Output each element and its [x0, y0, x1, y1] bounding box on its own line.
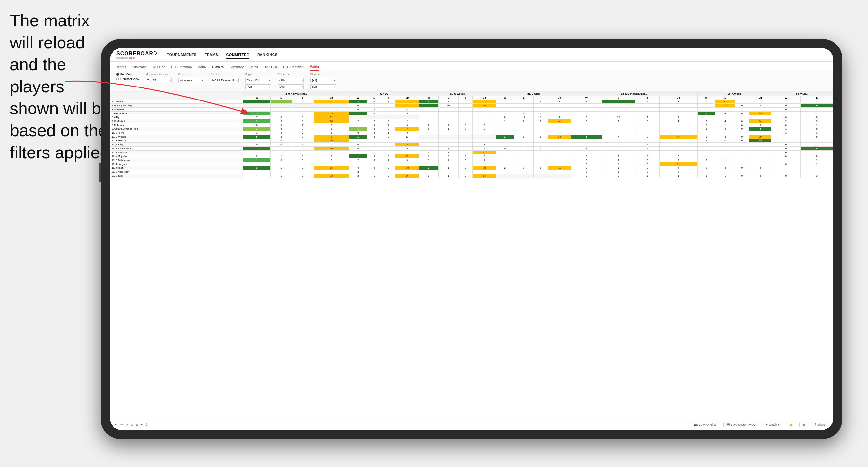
nav-committee[interactable]: COMMITTEE — [226, 51, 249, 59]
sub-tab-h2h-grid2[interactable]: H2H Grid — [264, 64, 277, 70]
gender-label: Gender — [178, 73, 204, 76]
cell: 2 — [243, 139, 271, 143]
division-select[interactable]: NCAA Division II — [211, 78, 239, 83]
cell: 0 — [571, 158, 602, 162]
sub-tab-matrix[interactable]: Matrix — [197, 64, 206, 70]
cell: 0 — [735, 174, 749, 178]
nav-tournaments[interactable]: TOURNAMENTS — [167, 51, 197, 59]
conference-select[interactable]: (All) — [278, 78, 304, 83]
nav-rankings[interactable]: RANKINGS — [257, 51, 278, 59]
cell: 11 — [715, 100, 735, 104]
table-row: 21. O Stoll 41033 21014 31014 2211 1109 … — [110, 174, 833, 178]
cell: 1 — [771, 131, 801, 135]
cell — [771, 139, 801, 143]
sub-tab-detail[interactable]: Detail — [249, 64, 258, 70]
gender-select[interactable]: Women's — [178, 78, 204, 83]
gender-select-wrapper[interactable]: Women's — [178, 78, 204, 83]
cell: 1 — [419, 147, 439, 151]
cell — [496, 131, 514, 135]
cell: 20 — [749, 135, 771, 139]
cell — [534, 174, 548, 178]
cell: 0 — [367, 154, 381, 158]
conference-sub-select-wrapper[interactable]: (All) — [278, 84, 304, 89]
players-sub-select[interactable]: (All) — [310, 84, 336, 89]
cell — [715, 151, 735, 154]
cell: 0 — [771, 154, 801, 158]
cell: 2 — [419, 123, 439, 127]
player-name: 17. D Ballesteros — [110, 158, 243, 162]
cell: 2 — [771, 100, 801, 104]
region-select[interactable]: East - DII — [245, 78, 271, 83]
cell — [458, 139, 472, 143]
zoom-out-btn[interactable]: ⊟ — [136, 423, 138, 426]
cell: 10 — [439, 104, 459, 107]
cell — [534, 123, 548, 127]
region-sub-select-wrapper[interactable]: (All) — [245, 84, 271, 89]
cell: 4 — [602, 135, 635, 139]
cell — [715, 143, 735, 147]
cell: 1 — [571, 100, 602, 104]
grid-btn[interactable]: ⊞ — [799, 422, 808, 427]
cell: 1 — [419, 154, 439, 158]
conference-sub-select[interactable]: (All) — [278, 84, 304, 89]
max-players-select-wrapper[interactable]: Top 25 — [146, 78, 172, 83]
refresh-btn[interactable]: ⟳ — [126, 423, 128, 426]
save-custom-btn[interactable]: 💾 Save Custom View — [723, 422, 758, 427]
redo-btn[interactable]: ↪ — [120, 423, 123, 426]
undo-btn[interactable]: ↩ — [115, 423, 118, 426]
cell — [496, 170, 514, 174]
sub-tab-h2h-grid[interactable]: H2H Grid — [152, 64, 165, 70]
view-original-btn[interactable]: 📷 View: Original — [691, 422, 719, 427]
cell: 1 — [439, 127, 459, 131]
region-select-wrapper[interactable]: East - DII — [245, 78, 271, 83]
compact-view-radio[interactable]: Compact View — [117, 77, 139, 81]
cell — [458, 112, 472, 116]
sub-tab-players[interactable]: Players — [212, 64, 224, 70]
cell — [439, 107, 459, 112]
cell: 0 — [636, 170, 659, 174]
max-players-select[interactable]: Top 25 — [146, 78, 172, 83]
players-select-wrapper[interactable]: (All) — [310, 78, 336, 83]
cell: 0 — [514, 112, 534, 116]
cell: 0 — [292, 158, 313, 162]
matrix-table: 2. M Kelly Mulcahy 6. A Dy 11. G Woods 2… — [110, 92, 833, 178]
cell: 0 — [292, 135, 313, 139]
region-sub-select[interactable]: (All) — [245, 84, 271, 89]
matrix-scroll[interactable]: 2. M Kelly Mulcahy 6. A Dy 11. G Woods 2… — [110, 92, 833, 402]
nav-teams[interactable]: TEAMS — [205, 51, 218, 59]
players-select[interactable]: (All) — [310, 78, 336, 83]
players-sub-select-wrapper[interactable]: (All) — [310, 84, 336, 89]
sub-tab-matrix2[interactable]: Matrix — [310, 64, 319, 70]
thumbs-btn[interactable]: 👍 — [786, 422, 796, 427]
cell: 0 — [292, 166, 313, 170]
conference-select-wrapper[interactable]: (All) — [278, 78, 304, 83]
cell: 2 — [715, 166, 735, 170]
cell: 0 — [292, 139, 313, 143]
cell: 0 — [458, 147, 472, 151]
clock-btn[interactable]: ⏱ — [145, 423, 148, 426]
annotation-text: The matrix will reload and the players s… — [10, 10, 114, 163]
cell: 0 — [771, 143, 801, 147]
division-select-wrapper[interactable]: NCAA Division II — [211, 78, 239, 83]
cell: 1 — [602, 119, 635, 123]
dot-btn[interactable]: ● — [141, 423, 143, 426]
full-view-radio[interactable]: Full View — [117, 73, 139, 76]
zoom-in-btn[interactable]: ⊞ — [131, 423, 133, 426]
sub-tab-teams[interactable]: Teams — [117, 64, 126, 70]
sub-tab-summary2[interactable]: Summary — [229, 64, 244, 70]
cell: -11 — [313, 112, 349, 116]
watch-btn[interactable]: 👁 Watch ▾ — [762, 422, 782, 427]
share-btn[interactable]: ⤴ Share — [812, 422, 828, 427]
cell: 8 — [749, 123, 771, 127]
cell — [602, 112, 635, 116]
cell: 3 — [243, 147, 271, 151]
sub-tab-h2h-heatmap2[interactable]: H2H Heatmap — [283, 64, 303, 70]
cell: 17 — [396, 107, 419, 112]
sub-tab-summary[interactable]: Summary — [132, 64, 146, 70]
cell: 2 — [396, 119, 419, 123]
sub-tab-h2h-heatmap[interactable]: H2H Heatmap — [171, 64, 191, 70]
cell: 1 — [715, 123, 735, 127]
cell: 1 — [697, 112, 715, 116]
cell — [571, 112, 602, 116]
cell: 1 — [659, 174, 697, 178]
